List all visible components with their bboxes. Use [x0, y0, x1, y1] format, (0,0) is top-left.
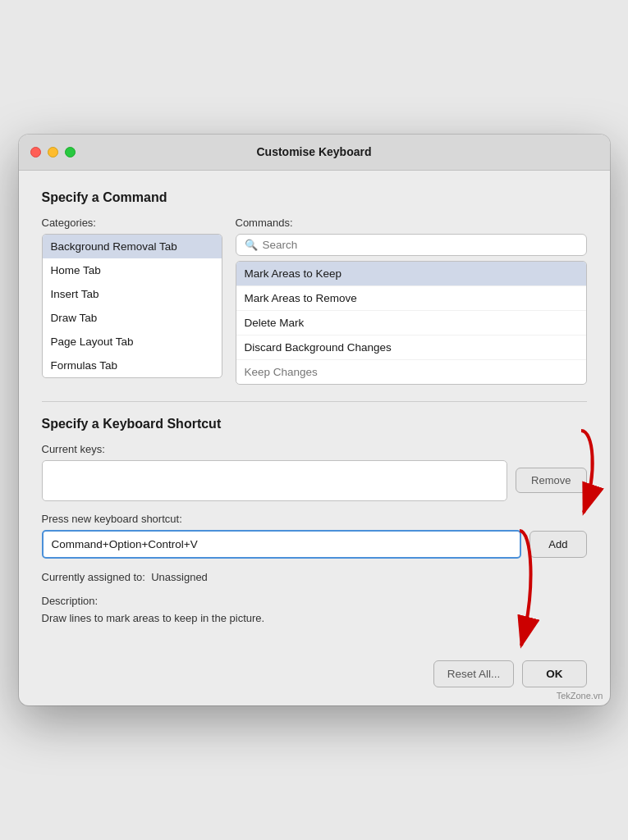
- watermark: TekZone.vn: [557, 691, 603, 701]
- category-item-insert[interactable]: Insert Tab: [43, 282, 222, 306]
- current-keys-input[interactable]: [42, 460, 508, 501]
- window-content: Specify a Command Categories: Background…: [19, 171, 610, 646]
- description-text: Draw lines to mark areas to keep in the …: [42, 610, 587, 627]
- specify-command-section: Specify a Command Categories: Background…: [42, 190, 587, 385]
- command-item-delete-mark[interactable]: Delete Mark: [236, 311, 586, 336]
- current-keys-input-row: Remove: [42, 460, 587, 501]
- keyboard-shortcut-title: Specify a Keyboard Shortcut: [42, 417, 587, 431]
- window-title: Customise Keyboard: [256, 145, 371, 158]
- traffic-lights: [30, 147, 76, 158]
- description-section: Description: Draw lines to mark areas to…: [42, 595, 587, 627]
- close-button[interactable]: [30, 147, 41, 158]
- command-item-mark-keep[interactable]: Mark Areas to Keep: [236, 262, 586, 286]
- command-columns: Categories: Background Removal Tab Home …: [42, 217, 587, 385]
- commands-column: Commands: 🔍 Mark Areas to Keep Mark Area…: [236, 217, 587, 385]
- section-divider: [42, 401, 587, 402]
- reset-all-button[interactable]: Reset All...: [433, 660, 515, 687]
- specify-command-title: Specify a Command: [42, 190, 587, 205]
- commands-label: Commands:: [236, 217, 587, 229]
- add-button[interactable]: Add: [529, 531, 586, 558]
- command-item-discard[interactable]: Discard Background Changes: [236, 336, 586, 360]
- assigned-to-text: Currently assigned to: Unassigned: [42, 571, 208, 583]
- new-shortcut-row: Press new keyboard shortcut: Add: [42, 513, 587, 559]
- categories-column: Categories: Background Removal Tab Home …: [42, 217, 222, 385]
- command-item-mark-remove[interactable]: Mark Areas to Remove: [236, 286, 586, 311]
- keyboard-shortcut-section: Specify a Keyboard Shortcut Current keys…: [42, 417, 587, 627]
- assigned-to-row: Currently assigned to: Unassigned: [42, 570, 587, 583]
- remove-button[interactable]: Remove: [516, 468, 586, 493]
- category-item-page-layout[interactable]: Page Layout Tab: [43, 330, 222, 354]
- maximize-button[interactable]: [65, 147, 76, 158]
- shortcut-input[interactable]: [42, 530, 522, 559]
- category-item-draw[interactable]: Draw Tab: [43, 306, 222, 330]
- category-item-background-removal[interactable]: Background Removal Tab: [43, 235, 222, 258]
- category-item-home[interactable]: Home Tab: [43, 258, 222, 282]
- bottom-bar: Reset All... OK TekZone.vn: [19, 646, 610, 705]
- press-new-label: Press new keyboard shortcut:: [42, 513, 587, 525]
- search-input[interactable]: [263, 239, 578, 251]
- title-bar: Customise Keyboard: [19, 135, 610, 171]
- ok-button[interactable]: OK: [522, 660, 586, 687]
- search-icon: 🔍: [245, 239, 258, 251]
- command-item-keep-changes[interactable]: Keep Changes: [236, 360, 586, 384]
- current-keys-label: Current keys:: [42, 443, 587, 455]
- categories-list: Background Removal Tab Home Tab Insert T…: [42, 234, 222, 378]
- shortcut-input-row: Add: [42, 530, 587, 559]
- minimize-button[interactable]: [48, 147, 58, 158]
- categories-label: Categories:: [42, 217, 222, 229]
- search-box[interactable]: 🔍: [236, 234, 587, 256]
- current-keys-row: Current keys: Remove: [42, 443, 587, 501]
- main-window: Customise Keyboard Specify a Command Cat…: [19, 135, 610, 706]
- category-item-formulas[interactable]: Formulas Tab: [43, 354, 222, 377]
- description-label: Description:: [42, 595, 587, 607]
- commands-list: Mark Areas to Keep Mark Areas to Remove …: [236, 261, 587, 385]
